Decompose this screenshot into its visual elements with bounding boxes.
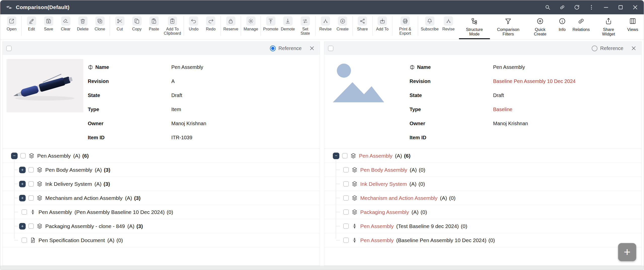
field-label: Name — [410, 64, 493, 70]
subscribe-button[interactable]: Subscribe — [419, 16, 440, 31]
row-checkbox[interactable] — [20, 153, 26, 158]
row-checkbox[interactable] — [343, 167, 349, 172]
minimize-icon[interactable] — [603, 4, 609, 10]
tree-row[interactable]: +Ink Delivery System(A)(3) — [3, 177, 320, 191]
toolbar-button-label: Paste — [149, 27, 159, 31]
copy-button[interactable]: Copy — [128, 16, 145, 31]
link-icon[interactable] — [559, 4, 565, 10]
field-value: Baseline Pen Assembly 10 Dec 2024 — [493, 78, 576, 84]
close-icon[interactable] — [632, 4, 638, 10]
search-icon[interactable] — [545, 4, 551, 10]
toolbar-group-6: Manage — [241, 16, 261, 36]
tree-row[interactable]: +Pen Body Assembly(A)(3) — [3, 163, 320, 177]
toolbar: OpenEditSaveClearDeleteCloneCutCopyPaste… — [0, 14, 644, 40]
add-to-clipboard-button[interactable]: Add To Clipboard — [163, 16, 182, 36]
maximize-icon[interactable] — [618, 4, 624, 10]
row-checkbox[interactable] — [22, 209, 27, 215]
row-checkbox[interactable] — [28, 181, 34, 187]
tree-row[interactable]: Pen Assembly(Baseline Pen Assembly 10 De… — [324, 233, 641, 247]
revise-button[interactable]: Revise — [317, 16, 334, 31]
row-checkbox[interactable] — [343, 238, 349, 243]
structure-icon — [36, 223, 43, 229]
save-button[interactable]: Save — [40, 16, 57, 31]
close-icon[interactable] — [309, 46, 315, 51]
reference-radio[interactable] — [592, 46, 597, 51]
field-label: Item ID — [410, 135, 493, 141]
add-to-button[interactable]: Add To — [374, 16, 391, 31]
structure-icon — [351, 195, 358, 201]
set-state-button[interactable]: Set State — [296, 16, 314, 36]
tree-row[interactable]: +Packaging Assembly - clone - 849(A)(3) — [3, 219, 320, 233]
cut-button[interactable]: Cut — [111, 16, 128, 31]
reference-radio[interactable] — [270, 46, 276, 51]
open-button[interactable]: Open — [3, 16, 20, 31]
row-checkbox[interactable] — [343, 181, 349, 187]
tree-row[interactable]: Packaging Assembly(A)(0) — [324, 205, 641, 219]
tree-row[interactable]: +Mechanism and Action Assembly(A)(3) — [3, 191, 320, 205]
add-button[interactable]: + — [618, 243, 636, 261]
share-widget-button[interactable]: Share Widget — [594, 17, 623, 39]
tree-row[interactable]: Ink Delivery System(A)(0) — [324, 177, 641, 191]
tree-row[interactable]: Pen Body Assembly(A)(0) — [324, 163, 641, 177]
row-checkbox[interactable] — [343, 209, 349, 215]
field-value: ITR-1039 — [171, 135, 192, 141]
subscribe-icon — [425, 16, 434, 26]
toolbar-button-label: Edit — [28, 27, 35, 31]
tree-row[interactable]: Pen Assembly(Test Baseline 9 dec 2024)(0… — [324, 219, 641, 233]
paste-button[interactable]: Paste — [145, 16, 163, 31]
tree-row[interactable]: Pen Assembly(Pen Assembly Baseline 10 De… — [3, 205, 320, 219]
relations-button[interactable]: Relations — [570, 17, 592, 35]
print-and-export-button[interactable]: Print & Export — [394, 16, 417, 36]
kebab-icon[interactable] — [588, 4, 594, 10]
reference-option[interactable]: Reference — [270, 46, 302, 51]
panel-select-checkbox[interactable] — [6, 46, 12, 51]
expand-toggle-button[interactable]: + — [19, 195, 26, 201]
field-value: Item — [171, 107, 181, 112]
revise-button[interactable]: Revise — [440, 16, 457, 31]
collapse-toggle-button[interactable]: − — [11, 153, 18, 159]
cut-icon — [115, 16, 125, 26]
toolbar-button-label: Quick Create — [528, 27, 552, 36]
expand-toggle-button[interactable]: + — [19, 223, 26, 230]
row-checkbox[interactable] — [28, 167, 34, 172]
reference-option[interactable]: Reference — [592, 46, 623, 51]
expand-toggle-button[interactable]: + — [19, 181, 26, 187]
row-checkbox[interactable] — [28, 223, 34, 229]
edit-button[interactable]: Edit — [23, 16, 40, 31]
toolbar-group-4: UndoRedo — [184, 16, 221, 36]
views-button[interactable]: Views — [625, 17, 641, 35]
row-checkbox[interactable] — [28, 195, 34, 201]
expand-toggle-button[interactable]: + — [19, 167, 26, 173]
redo-button[interactable]: Redo — [202, 16, 219, 31]
row-checkbox[interactable] — [343, 223, 349, 229]
create-button[interactable]: Create — [334, 16, 351, 31]
row-checkbox[interactable] — [22, 238, 27, 243]
manage-button[interactable]: Manage — [242, 16, 259, 31]
collapse-toggle-button[interactable]: − — [333, 153, 339, 159]
promote-button[interactable]: Promote — [262, 16, 279, 31]
delete-button[interactable]: Delete — [74, 16, 91, 31]
toolbar-button-label: Reserve — [223, 27, 238, 31]
structure-mode-button[interactable]: Structure Mode — [458, 17, 491, 39]
row-checkbox[interactable] — [343, 195, 349, 201]
demote-button[interactable]: Demote — [279, 16, 296, 31]
toolbar-group-9: Share — [352, 16, 372, 36]
tree-row[interactable]: Pen Specification Document(A)(0) — [3, 233, 320, 247]
panel-select-checkbox[interactable] — [328, 46, 333, 51]
tree-row[interactable]: −Pen Assembly(A)(6) — [324, 149, 641, 163]
tree-row[interactable]: Mechanism and Action Assembly(A)(0) — [324, 191, 641, 205]
info-button[interactable]: Info — [556, 17, 569, 35]
share-button[interactable]: Share — [354, 16, 371, 31]
item-revision: (A) — [95, 167, 102, 173]
clone-button[interactable]: Clone — [91, 16, 108, 31]
tree-row[interactable]: −Pen Assembly(A)(6) — [3, 149, 320, 163]
clear-button[interactable]: Clear — [57, 16, 74, 31]
undo-button[interactable]: Undo — [185, 16, 202, 31]
row-checkbox[interactable] — [342, 153, 347, 158]
refresh-icon[interactable] — [574, 4, 580, 10]
comparison-filters-button[interactable]: Comparison Filters — [492, 17, 524, 39]
quick-create-button[interactable]: Quick Create — [526, 17, 554, 39]
reserve-button[interactable]: Reserve — [222, 16, 240, 31]
close-icon[interactable] — [631, 46, 636, 51]
panel-header-left: Reference — [3, 42, 320, 55]
